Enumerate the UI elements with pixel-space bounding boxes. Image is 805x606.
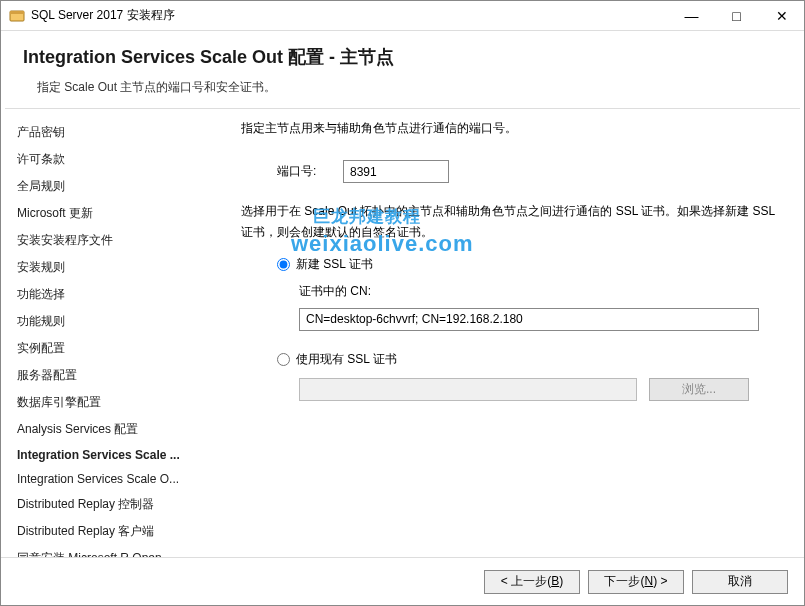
sidebar-item-license[interactable]: 许可条款	[17, 146, 221, 173]
next-button[interactable]: 下一步(N) >	[588, 570, 684, 594]
cancel-button[interactable]: 取消	[692, 570, 788, 594]
sidebar-item-iss-master[interactable]: Integration Services Scale ...	[17, 443, 221, 467]
radio-existing-ssl[interactable]	[277, 353, 290, 366]
radio-existing-ssl-row: 使用现有 SSL 证书	[277, 351, 782, 368]
page-subtitle: 指定 Scale Out 主节点的端口号和安全证书。	[23, 79, 782, 96]
minimize-button[interactable]: —	[669, 1, 714, 30]
app-icon	[9, 8, 25, 24]
sidebar-item-iss-worker[interactable]: Integration Services Scale O...	[17, 467, 221, 491]
sidebar-item-consent-r-open[interactable]: 同意安装 Microsoft R Open	[17, 545, 221, 557]
sidebar-item-product-key[interactable]: 产品密钥	[17, 119, 221, 146]
ssl-description: 选择用于在 Scale Out 拓扑中的主节点和辅助角色节点之间进行通信的 SS…	[241, 201, 782, 242]
sidebar-item-db-engine-config[interactable]: 数据库引擎配置	[17, 389, 221, 416]
radio-new-ssl-row: 新建 SSL 证书	[277, 256, 782, 273]
sidebar-item-feature-rules[interactable]: 功能规则	[17, 308, 221, 335]
window-title: SQL Server 2017 安装程序	[31, 7, 669, 24]
port-description: 指定主节点用来与辅助角色节点进行通信的端口号。	[241, 119, 782, 138]
titlebar: SQL Server 2017 安装程序 — □ ✕	[1, 1, 804, 31]
cn-label: 证书中的 CN:	[299, 283, 782, 300]
radio-existing-ssl-label[interactable]: 使用现有 SSL 证书	[296, 351, 397, 368]
existing-cert-input	[299, 378, 637, 401]
port-label: 端口号:	[241, 163, 333, 180]
sidebar-item-install-rules[interactable]: 安装规则	[17, 254, 221, 281]
close-button[interactable]: ✕	[759, 1, 804, 30]
sidebar-item-feature-select[interactable]: 功能选择	[17, 281, 221, 308]
sidebar-item-ms-update[interactable]: Microsoft 更新	[17, 200, 221, 227]
sidebar-item-dr-controller[interactable]: Distributed Replay 控制器	[17, 491, 221, 518]
svg-rect-1	[10, 11, 24, 14]
sidebar-item-server-config[interactable]: 服务器配置	[17, 362, 221, 389]
maximize-button[interactable]: □	[714, 1, 759, 30]
port-input[interactable]	[343, 160, 449, 183]
installer-window: SQL Server 2017 安装程序 — □ ✕ Integration S…	[0, 0, 805, 606]
sidebar-item-global-rules[interactable]: 全局规则	[17, 173, 221, 200]
back-button[interactable]: < 上一步(B)	[484, 570, 580, 594]
sidebar-item-setup-files[interactable]: 安装安装程序文件	[17, 227, 221, 254]
main-panel: 指定主节点用来与辅助角色节点进行通信的端口号。 端口号: 选择用于在 Scale…	[221, 109, 804, 557]
sidebar-item-dr-client[interactable]: Distributed Replay 客户端	[17, 518, 221, 545]
radio-new-ssl-label[interactable]: 新建 SSL 证书	[296, 256, 373, 273]
radio-new-ssl[interactable]	[277, 258, 290, 271]
body: 产品密钥 许可条款 全局规则 Microsoft 更新 安装安装程序文件 安装规…	[1, 109, 804, 557]
port-row: 端口号:	[241, 160, 782, 183]
cn-input[interactable]	[299, 308, 759, 331]
browse-button: 浏览...	[649, 378, 749, 401]
page-title: Integration Services Scale Out 配置 - 主节点	[23, 45, 782, 69]
sidebar: 产品密钥 许可条款 全局规则 Microsoft 更新 安装安装程序文件 安装规…	[1, 109, 221, 557]
footer: < 上一步(B) 下一步(N) > 取消	[1, 557, 804, 605]
page-header: Integration Services Scale Out 配置 - 主节点 …	[1, 31, 804, 108]
window-controls: — □ ✕	[669, 1, 804, 30]
sidebar-item-analysis-services[interactable]: Analysis Services 配置	[17, 416, 221, 443]
sidebar-item-instance-config[interactable]: 实例配置	[17, 335, 221, 362]
browse-row: 浏览...	[299, 378, 782, 401]
